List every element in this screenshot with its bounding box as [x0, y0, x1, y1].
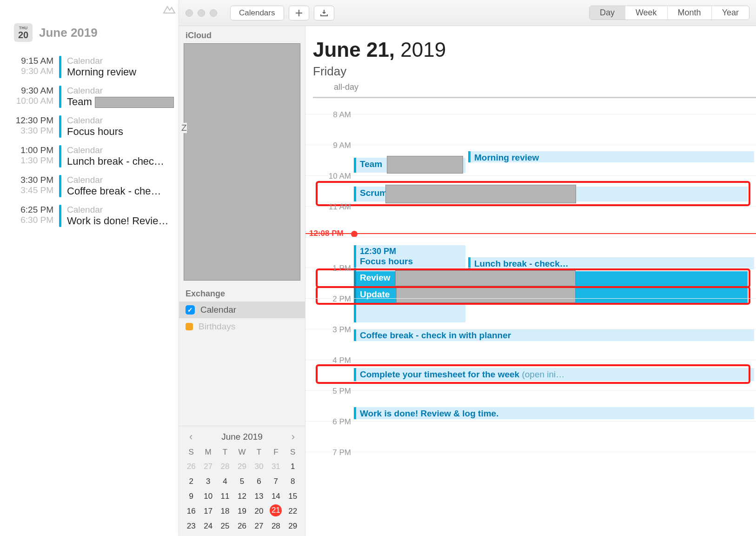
calendar-row-label: Calendar [200, 305, 236, 315]
agenda-item[interactable]: 3:30 PM3:45 PMCalendarCoffee break - che… [9, 175, 174, 197]
view-month[interactable]: Month [668, 6, 712, 20]
mini-calendar: ‹ June 2019 › SMTWTFS2627282930311234567… [179, 426, 305, 536]
inbox-button[interactable] [314, 6, 334, 20]
minimize-dot[interactable] [198, 9, 205, 17]
agenda-times: 12:30 PM3:30 PM [9, 115, 53, 138]
mini-day[interactable]: 5 [233, 475, 250, 489]
zoom-dot[interactable] [210, 9, 217, 17]
today-title: June 2019 [39, 26, 98, 40]
calendar-row-label: Birthdays [199, 322, 235, 332]
day-year: 2019 [400, 38, 446, 61]
mini-day[interactable]: 7 [267, 475, 284, 489]
mini-day[interactable]: 29 [285, 519, 301, 533]
view-segment: Day Week Month Year [589, 6, 749, 20]
agenda-item[interactable]: 6:25 PM6:30 PMCalendarWork is done! Revi… [9, 205, 174, 227]
agenda-item[interactable]: 12:30 PM3:30 PMCalendarFocus hours [9, 115, 174, 138]
agenda-body: CalendarCoffee break - che… [67, 175, 174, 197]
mini-day[interactable]: 2 [183, 475, 199, 489]
mini-day[interactable]: 23 [183, 519, 199, 533]
mini-day[interactable]: 17 [199, 504, 216, 518]
view-week[interactable]: Week [625, 6, 668, 20]
agenda-item[interactable]: 9:30 AM10:00 AMCalendarTeam [9, 86, 174, 108]
agenda-times: 3:30 PM3:45 PM [9, 175, 53, 197]
mini-dow: T [217, 446, 233, 459]
mini-day[interactable]: 13 [251, 489, 267, 503]
mini-day[interactable]: 29 [233, 460, 250, 474]
section-exchange: Exchange [179, 284, 305, 302]
view-day[interactable]: Day [590, 6, 625, 20]
mini-day[interactable]: 22 [285, 504, 301, 518]
calendar-color-swatch [186, 323, 193, 330]
agenda-item[interactable]: 9:15 AM9:30 AMCalendarMorning review [9, 56, 174, 78]
mountain-icon [163, 3, 176, 17]
agenda-title: Lunch break - chec… [67, 155, 174, 168]
checkbox-checked-icon[interactable]: ✓ [186, 305, 195, 315]
mini-day[interactable]: 6 [251, 475, 267, 489]
agenda-end: 1:30 PM [9, 155, 53, 166]
agenda-title: Team [67, 96, 174, 108]
calendar-row-birthdays[interactable]: Birthdays [179, 318, 305, 335]
agenda-color-bar [59, 145, 61, 168]
mini-day[interactable]: 8 [285, 475, 301, 489]
agenda-start: 3:30 PM [9, 175, 53, 185]
day-header: June 21, 2019 Friday all-day [305, 26, 756, 103]
mini-day[interactable]: 27 [199, 460, 216, 474]
mini-day[interactable]: 25 [217, 519, 233, 533]
add-event-button[interactable] [289, 6, 309, 20]
mini-day[interactable]: 14 [267, 489, 284, 503]
agenda-times: 6:25 PM6:30 PM [9, 205, 53, 227]
mini-dow: W [233, 446, 250, 459]
agenda-calendar-label: Calendar [67, 205, 174, 215]
agenda-list: 9:15 AM9:30 AMCalendarMorning review9:30… [9, 56, 174, 227]
close-dot[interactable] [186, 9, 193, 17]
mini-day[interactable]: 21 [270, 504, 282, 516]
mini-day[interactable]: 10 [199, 489, 216, 503]
agenda-title: Coffee break - che… [67, 185, 174, 197]
mini-day[interactable]: 9 [183, 489, 199, 503]
mini-day[interactable]: 24 [199, 519, 216, 533]
mini-cal-grid: SMTWTFS262728293031123456789101112131415… [183, 446, 301, 533]
mini-day[interactable]: 18 [217, 504, 233, 518]
agenda-end: 6:30 PM [9, 215, 53, 225]
agenda-times: 9:30 AM10:00 AM [9, 86, 53, 108]
mini-day[interactable]: 15 [285, 489, 301, 503]
mini-day[interactable]: 20 [251, 504, 267, 518]
hours-grid[interactable]: Morning review Team Scrum 12:08 PM 12 [305, 103, 756, 503]
agenda-times: 1:00 PM1:30 PM [9, 145, 53, 168]
mini-day[interactable]: 12 [233, 489, 250, 503]
today-header: THU 20 June 2019 [14, 23, 174, 42]
mini-day[interactable]: 3 [199, 475, 216, 489]
mini-day[interactable]: 30 [251, 460, 267, 474]
agenda-body: CalendarTeam [67, 86, 174, 108]
mini-day[interactable]: 28 [267, 519, 284, 533]
mini-day[interactable]: 16 [183, 504, 199, 518]
mini-dow: M [199, 446, 216, 459]
mini-day[interactable]: 26 [183, 460, 199, 474]
mini-day[interactable]: 31 [267, 460, 284, 474]
agenda-times: 9:15 AM9:30 AM [9, 56, 53, 78]
view-year[interactable]: Year [712, 6, 749, 20]
today-icon-num: 20 [18, 30, 28, 40]
prev-month-button[interactable]: ‹ [186, 431, 195, 443]
today-panel: THU 20 June 2019 9:15 AM9:30 AMCalendarM… [0, 0, 179, 536]
agenda-item[interactable]: 1:00 PM1:30 PMCalendarLunch break - chec… [9, 145, 174, 168]
mini-day[interactable]: 26 [233, 519, 250, 533]
mini-day[interactable]: 4 [217, 475, 233, 489]
agenda-start: 9:30 AM [9, 86, 53, 96]
hour-label: 6 PM [305, 417, 351, 427]
calendar-window: Calendars Day Week Month Year iCloud Z E… [179, 0, 756, 536]
agenda-color-bar [59, 205, 61, 227]
mini-day[interactable]: 27 [251, 519, 267, 533]
hour-label: 9 AM [305, 141, 351, 150]
mini-day[interactable]: 1 [285, 460, 301, 474]
next-month-button[interactable]: › [289, 431, 298, 443]
mini-day[interactable]: 28 [217, 460, 233, 474]
mini-day[interactable]: 19 [233, 504, 250, 518]
calendar-row-calendar[interactable]: ✓ Calendar [179, 302, 305, 318]
hour-label: 11 AM [305, 202, 351, 212]
agenda-body: CalendarLunch break - chec… [67, 145, 174, 168]
calendars-button[interactable]: Calendars [230, 6, 284, 20]
window-controls [186, 9, 217, 17]
z-label: Z [181, 123, 187, 133]
mini-day[interactable]: 11 [217, 489, 233, 503]
